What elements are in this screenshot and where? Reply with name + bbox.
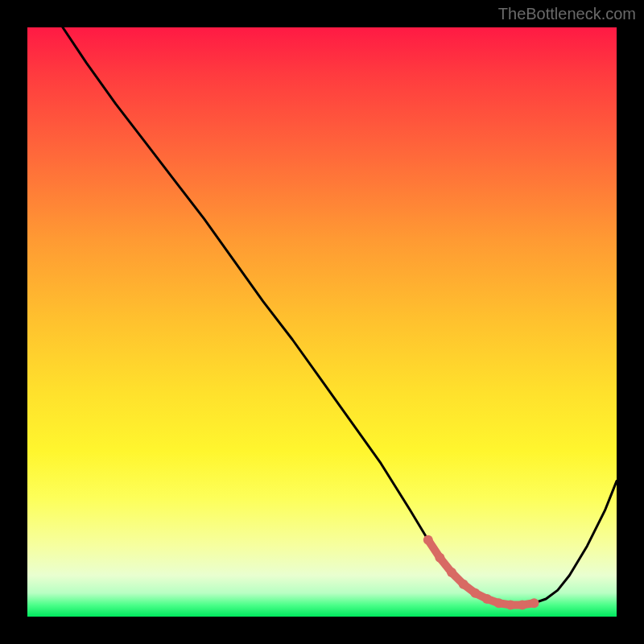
plot-area bbox=[27, 27, 617, 617]
highlight-dot bbox=[506, 600, 515, 609]
highlight-dot bbox=[530, 598, 539, 608]
highlight-dot bbox=[518, 600, 527, 609]
highlight-dot bbox=[494, 598, 504, 608]
highlight-dot bbox=[459, 580, 469, 589]
watermark-text: TheBottleneck.com bbox=[498, 5, 636, 23]
highlight-dot bbox=[470, 588, 480, 598]
highlight-dot bbox=[423, 535, 433, 545]
chart-svg bbox=[27, 27, 617, 617]
highlight-dot bbox=[435, 553, 444, 563]
highlight-dot bbox=[482, 594, 492, 604]
bottleneck-curve bbox=[63, 27, 617, 605]
highlight-segment bbox=[428, 540, 535, 605]
highlight-dot bbox=[447, 568, 456, 577]
